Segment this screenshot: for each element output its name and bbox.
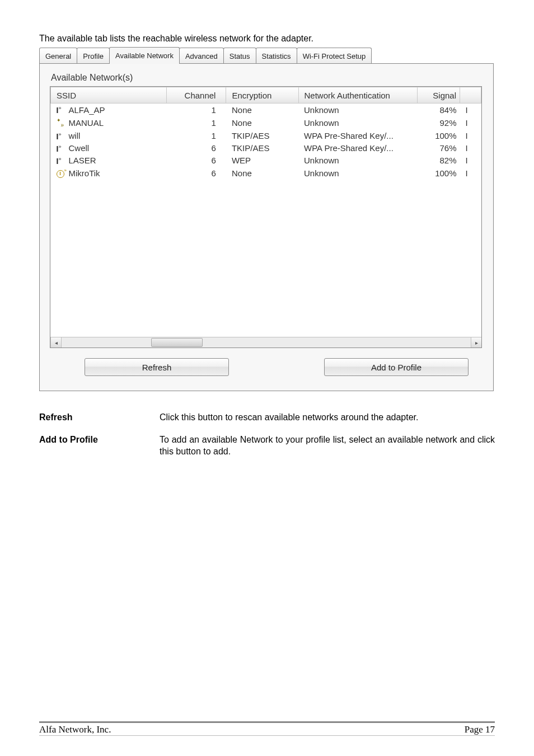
wifi-open-icon: I» xyxy=(57,144,68,153)
tab-profile[interactable]: Profile xyxy=(77,48,110,63)
tab-advanced[interactable]: Advanced xyxy=(179,48,224,63)
network-listview[interactable]: SSID Channel Encryption Network Authenti… xyxy=(50,86,482,348)
add-to-profile-button[interactable]: Add to Profile xyxy=(324,358,469,376)
tab-available-network[interactable]: Available Network xyxy=(109,47,180,64)
refresh-button[interactable]: Refresh xyxy=(85,358,229,376)
ssid-text: MANUAL xyxy=(69,118,104,128)
col-header-encryption[interactable]: Encryption xyxy=(226,87,298,104)
wifi-secure-icon: ✦» xyxy=(57,118,68,128)
page-footer: Alfa Network, Inc. Page 17 xyxy=(39,721,495,736)
scroll-track[interactable] xyxy=(62,337,471,348)
scroll-right-icon[interactable]: ▸ xyxy=(471,337,481,348)
wifi-open-icon: I» xyxy=(57,156,68,166)
col-header-signal[interactable]: Signal xyxy=(417,87,460,104)
col-header-ssid[interactable]: SSID xyxy=(51,87,167,104)
desc-refresh-label: Refresh xyxy=(39,411,160,424)
tab-status[interactable]: Status xyxy=(223,48,256,63)
intro-paragraph: The available tab lists the reachable wi… xyxy=(39,34,495,44)
desc-refresh-text: Click this button to rescan available ne… xyxy=(160,411,495,424)
tab-strip: General Profile Available Network Advanc… xyxy=(39,47,494,63)
table-row[interactable]: ✦»MANUAL1NoneUnknown92%I xyxy=(51,116,481,129)
footer-company: Alfa Network, Inc. xyxy=(39,724,111,735)
horizontal-scrollbar[interactable]: ◂ ▸ xyxy=(50,337,481,348)
ssid-text: LASER xyxy=(69,156,96,165)
table-row[interactable]: I»ALFA_AP1NoneUnknown84%I xyxy=(51,104,481,116)
table-row[interactable]: I»Cwell6TKIP/AESWPA Pre-Shared Key/...76… xyxy=(51,142,481,154)
tab-body: Available Network(s) SSID Channel Encryp… xyxy=(39,63,494,391)
tab-wps[interactable]: Wi-Fi Protect Setup xyxy=(297,48,372,63)
ssid-text: Cwell xyxy=(69,143,90,153)
col-header-channel[interactable]: Channel xyxy=(167,87,226,104)
descriptions-block: Refresh Click this button to rescan avai… xyxy=(39,411,495,458)
table-row[interactable]: I»MikroTik6NoneUnknown100%I xyxy=(51,166,481,179)
table-row[interactable]: I»LASER6WEPUnknown82%I xyxy=(51,154,481,166)
scroll-left-icon[interactable]: ◂ xyxy=(50,337,62,348)
footer-page: Page 17 xyxy=(465,724,495,735)
ssid-text: ALFA_AP xyxy=(69,105,105,115)
ssid-text: MikroTik xyxy=(69,168,100,178)
table-row[interactable]: I»will1TKIP/AESWPA Pre-Shared Key/...100… xyxy=(51,129,481,142)
tab-statistics[interactable]: Statistics xyxy=(256,48,297,63)
desc-add-label: Add to Profile xyxy=(39,434,160,458)
wifi-open-icon: I» xyxy=(57,132,68,141)
section-title: Available Network(s) xyxy=(51,73,483,83)
desc-add-text: To add an available Network to your prof… xyxy=(160,434,495,458)
wifi-open-icon: I» xyxy=(57,105,68,115)
tab-general[interactable]: General xyxy=(39,48,77,63)
scroll-thumb[interactable] xyxy=(151,338,203,347)
dialog-frame: General Profile Available Network Advanc… xyxy=(39,47,494,391)
col-header-extra[interactable] xyxy=(460,87,481,104)
ssid-text: will xyxy=(69,131,81,140)
wifi-circle-icon: I» xyxy=(57,168,68,178)
col-header-authentication[interactable]: Network Authentication xyxy=(298,87,417,104)
